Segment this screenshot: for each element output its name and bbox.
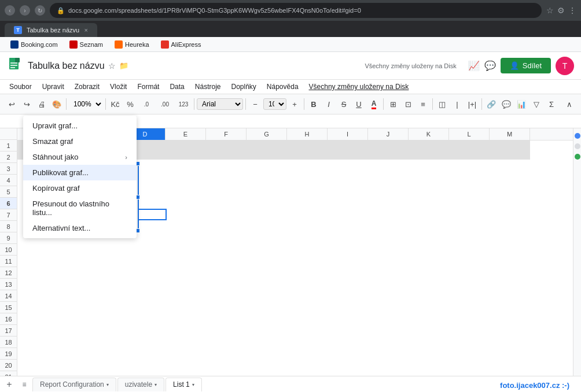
zoom-select[interactable]: 100%	[69, 98, 103, 110]
tab-uzivatele-chevron[interactable]: ▾	[155, 382, 157, 387]
col-header-k[interactable]: K	[409, 128, 449, 140]
sidebar-icon-2[interactable]	[575, 143, 580, 149]
tab-list1[interactable]: List 1 ▾	[166, 378, 202, 391]
italic-button[interactable]: I	[322, 97, 336, 111]
collapse-toolbar-button[interactable]: ∧	[562, 97, 576, 111]
menu-data[interactable]: Data	[165, 82, 189, 92]
back-button[interactable]: ‹	[5, 5, 15, 16]
bookmark-aliexpress[interactable]: AliExpress	[156, 39, 206, 50]
browser-menu-icon[interactable]: ⋮	[568, 6, 576, 15]
tab-uzivatele[interactable]: uzivatele ▾	[117, 378, 164, 391]
col-header-j[interactable]: J	[368, 128, 409, 140]
undo-button[interactable]: ↩	[5, 97, 19, 111]
avatar-button[interactable]: T	[556, 57, 574, 75]
decimal-less-button[interactable]: .0	[138, 97, 155, 111]
strikethrough-button[interactable]: S	[337, 97, 351, 111]
col-header-e[interactable]: E	[166, 128, 206, 140]
menu-napoveda[interactable]: Nápověda	[262, 82, 303, 92]
cell-i33[interactable]	[328, 159, 368, 160]
menu-doplnky[interactable]: Doplňky	[226, 82, 260, 92]
cell-e33[interactable]	[166, 159, 206, 160]
address-bar[interactable]: 🔒 docs.google.com/spreadsheets/d/1PR8rVi…	[50, 3, 542, 18]
comment-button[interactable]: 💬	[484, 60, 496, 71]
cell-g33[interactable]	[247, 159, 287, 160]
link-button[interactable]: 🔗	[484, 97, 498, 111]
title-text[interactable]: Tabulka bez názvu	[28, 61, 105, 71]
context-menu-copy[interactable]: Kopírovat graf	[23, 180, 137, 196]
font-size-decrease-button[interactable]: −	[248, 97, 262, 111]
context-menu-alt-text[interactable]: Alternativní text...	[23, 220, 137, 236]
tab-report-configuration[interactable]: Report Configuration ▾	[32, 378, 116, 391]
bookmark-heureka[interactable]: Heureka	[110, 39, 154, 50]
cell-m33[interactable]	[490, 159, 530, 160]
context-menu-publish[interactable]: Publikovat graf...	[23, 165, 137, 180]
align-center-button[interactable]: |	[450, 97, 464, 111]
cell-h33[interactable]	[287, 159, 328, 160]
tab-report-config-chevron[interactable]: ▾	[106, 382, 109, 387]
right-sidebar	[573, 128, 581, 376]
print-button[interactable]: 🖨	[35, 97, 49, 111]
percent-button[interactable]: %	[123, 97, 137, 111]
bold-button[interactable]: B	[307, 97, 321, 111]
col-header-l[interactable]: L	[449, 128, 490, 140]
add-sheet-button[interactable]: +	[2, 378, 16, 391]
font-size-select[interactable]: 10	[263, 98, 286, 110]
chart-toolbar-button[interactable]: 📊	[514, 97, 528, 111]
menu-nastroje[interactable]: Nástroje	[190, 82, 226, 92]
redo-button[interactable]: ↪	[20, 97, 34, 111]
title-folder-icon[interactable]: 📁	[119, 61, 128, 70]
menu-soubor[interactable]: Soubor	[5, 82, 36, 92]
comment-toolbar-button[interactable]: 💬	[499, 97, 513, 111]
bookmark-booking[interactable]: Booking.com	[6, 39, 62, 50]
context-menu-download[interactable]: Stáhnout jako ›	[23, 149, 137, 165]
menu-upravit[interactable]: Upravit	[38, 82, 69, 92]
currency-button[interactable]: Kč	[108, 97, 122, 111]
decimal-more-button[interactable]: .00	[156, 97, 174, 111]
tab-close-icon[interactable]: ×	[84, 27, 88, 34]
sidebar-icon-3[interactable]	[575, 154, 580, 160]
chart-button[interactable]: 📈	[468, 60, 480, 71]
cell-l33[interactable]	[449, 159, 490, 160]
align-horizontal-button[interactable]: ≡	[416, 97, 430, 111]
context-menu-move[interactable]: Přesunout do vlastního listu...	[23, 196, 137, 220]
font-size-increase-button[interactable]: +	[288, 97, 301, 111]
col-header-i[interactable]: I	[328, 128, 368, 140]
paint-format-button[interactable]: 🎨	[50, 97, 64, 111]
cell-f33[interactable]	[206, 159, 247, 160]
function-button[interactable]: Σ	[545, 97, 558, 111]
underline-button[interactable]: U	[352, 97, 366, 111]
menu-vlozit[interactable]: Vložit	[105, 82, 131, 92]
menu-zobrazit[interactable]: Zobrazit	[70, 82, 104, 92]
filter-button[interactable]: ▽	[529, 97, 543, 111]
forward-button[interactable]: ›	[20, 5, 30, 16]
text-color-button[interactable]: A	[367, 97, 381, 111]
col-header-g[interactable]: G	[247, 128, 287, 140]
bookmark-star-icon[interactable]: ☆	[546, 6, 554, 15]
share-button[interactable]: 👤 Sdílet	[501, 58, 551, 73]
col-header-f[interactable]: F	[206, 128, 247, 140]
extension-icon[interactable]: ⚙	[557, 6, 565, 15]
menu-format[interactable]: Formát	[133, 82, 164, 92]
font-select[interactable]: Arial	[197, 98, 243, 110]
context-menu-delete-chart[interactable]: Smazat graf	[23, 134, 137, 149]
borders-button[interactable]: ⊞	[386, 97, 400, 111]
col-header-h[interactable]: H	[287, 128, 328, 140]
tab-report-config-label: Report Configuration	[40, 380, 104, 389]
refresh-button[interactable]: ↻	[35, 5, 45, 16]
col-header-m[interactable]: M	[490, 128, 530, 140]
bookmark-seznam[interactable]: Seznam	[65, 39, 108, 50]
formula-input[interactable]	[60, 117, 576, 125]
cell-j33[interactable]	[368, 159, 409, 160]
cell-k33[interactable]	[409, 159, 449, 160]
align-right-button[interactable]: |+|	[465, 97, 479, 111]
title-star-icon[interactable]: ☆	[108, 61, 116, 71]
browser-tab[interactable]: T Tabulka bez názvu ×	[5, 23, 97, 37]
format-type-button[interactable]: 123	[175, 97, 192, 111]
context-menu-edit-chart[interactable]: Upravit graf...	[23, 118, 137, 134]
sheet-menu-button[interactable]: ≡	[17, 378, 31, 391]
merge-button[interactable]: ⊡	[401, 97, 415, 111]
bookmarks-bar: Booking.com Seznam Heureka AliExpress	[0, 37, 581, 52]
align-left-button[interactable]: ◫	[435, 97, 449, 111]
tab-list1-chevron[interactable]: ▾	[192, 382, 194, 387]
sidebar-icon-1[interactable]	[575, 133, 580, 139]
